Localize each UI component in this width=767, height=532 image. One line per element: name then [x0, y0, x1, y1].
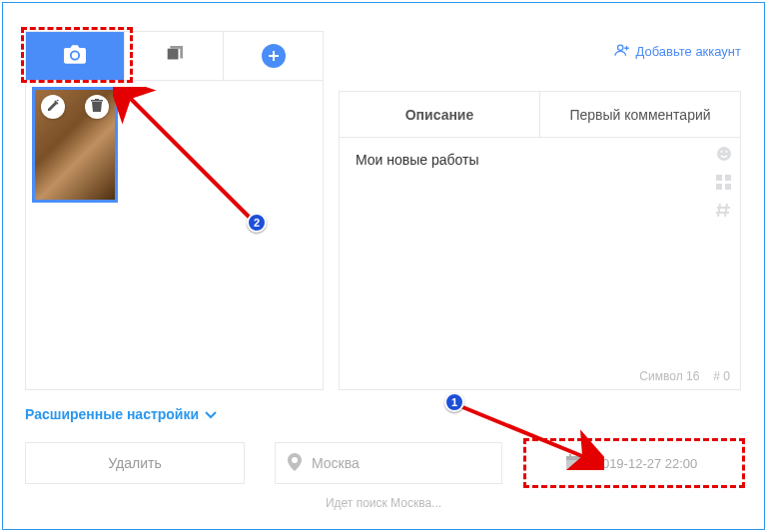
delete-button[interactable]: Удалить	[25, 442, 245, 484]
bottom-action-row: Удалить Москва 2019-12-27 22:00	[25, 442, 740, 484]
svg-point-1	[721, 151, 723, 153]
media-thumbnail[interactable]	[32, 87, 118, 203]
description-side-icons	[716, 146, 732, 221]
pencil-icon	[47, 100, 59, 115]
svg-rect-5	[716, 184, 722, 190]
description-footer: Символ 16 # 0	[639, 369, 730, 383]
advanced-settings-label: Расширенные настройки	[25, 406, 199, 422]
stack-icon	[165, 46, 183, 67]
location-value: Москва	[312, 455, 360, 471]
svg-rect-10	[577, 454, 579, 458]
svg-rect-3	[716, 175, 722, 181]
svg-rect-8	[566, 456, 582, 460]
description-tabs: Описание Первый комментарий	[340, 92, 740, 138]
advanced-settings-link[interactable]: Расширенные настройки	[25, 406, 217, 422]
svg-rect-4	[725, 175, 731, 181]
description-card: Описание Первый комментарий Мои новые ра…	[339, 91, 741, 390]
app-frame: Добавьте аккаунт Описание Первый коммент…	[2, 2, 765, 530]
thumbnail-delete-button[interactable]	[85, 95, 109, 119]
tab-description[interactable]: Описание	[340, 92, 539, 137]
hash-count: # 0	[713, 369, 730, 383]
tab-gallery[interactable]	[125, 32, 224, 80]
details-panel: Добавьте аккаунт Описание Первый коммент…	[339, 31, 741, 390]
tab-comment-label: Первый комментарий	[569, 107, 710, 123]
tab-add[interactable]	[224, 32, 323, 80]
media-tab-row	[26, 32, 323, 81]
tab-description-label: Описание	[405, 107, 474, 123]
tab-first-comment[interactable]: Первый комментарий	[539, 92, 740, 137]
hash-icon[interactable]	[716, 203, 732, 221]
char-count: Символ 16	[639, 369, 699, 383]
emoji-icon[interactable]	[716, 146, 732, 165]
annotation-badge-2: 2	[247, 213, 267, 233]
description-body[interactable]: Мои новые работы Символ 16 # 0	[340, 138, 740, 389]
user-plus-icon	[614, 43, 630, 60]
description-text: Мои новые работы	[356, 152, 479, 168]
date-value: 2019-12-27 22:00	[595, 456, 698, 471]
camera-icon	[64, 45, 86, 67]
delete-button-label: Удалить	[108, 455, 161, 471]
media-panel	[25, 31, 324, 390]
search-status: Идет поиск Москва...	[3, 496, 764, 510]
calendar-icon	[565, 453, 583, 474]
trash-icon	[91, 99, 103, 115]
tab-camera[interactable]	[26, 32, 125, 80]
grid-icon[interactable]	[716, 175, 732, 193]
plus-circle-icon	[262, 44, 286, 68]
chevron-down-icon	[205, 406, 217, 422]
add-account-link[interactable]: Добавьте аккаунт	[614, 43, 741, 60]
date-field[interactable]: 2019-12-27 22:00	[522, 442, 740, 484]
thumbnail-edit-button[interactable]	[41, 95, 65, 119]
svg-point-0	[717, 147, 731, 161]
svg-point-2	[726, 151, 728, 153]
location-input[interactable]: Москва	[275, 442, 502, 484]
annotation-badge-1: 1	[444, 392, 464, 412]
add-account-label: Добавьте аккаунт	[636, 44, 741, 59]
svg-rect-9	[569, 454, 571, 458]
svg-rect-6	[725, 184, 731, 190]
location-pin-icon	[288, 453, 302, 474]
